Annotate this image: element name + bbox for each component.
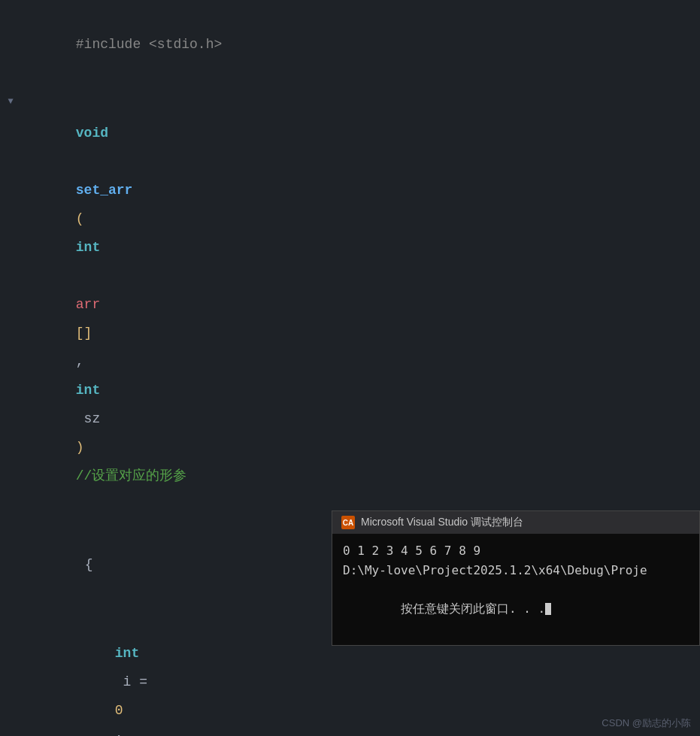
console-titlebar: CA Microsoft Visual Studio 调试控制台: [332, 511, 699, 534]
watermark: CSDN @励志的小陈: [602, 716, 691, 730]
cursor: [545, 603, 551, 615]
fold-arrow-1: [0, 2, 21, 5]
param-type-int2: int: [76, 383, 100, 398]
code-editor: #include <stdio.h> ▼ void set_arr ( int …: [0, 0, 700, 736]
code-content-2: void set_arr ( int arr [] , int sz ) //设…: [21, 90, 700, 519]
fold-arrow-4: [0, 610, 21, 613]
comment-1: //设置对应的形参: [76, 468, 187, 483]
fold-arrow-2[interactable]: ▼: [0, 90, 21, 107]
console-popup[interactable]: CA Microsoft Visual Studio 调试控制台 0 1 2 3…: [332, 510, 700, 646]
code-content-1: #include <stdio.h>: [21, 2, 700, 87]
console-app-icon: CA: [341, 516, 355, 529]
console-output-3: 按任意键关闭此窗口. . .: [343, 580, 689, 638]
kw-int-1: int: [115, 646, 139, 661]
console-output-1: 0 1 2 3 4 5 6 7 8 9: [343, 541, 689, 561]
param-arr1: arr: [76, 297, 100, 312]
code-line-2: ▼ void set_arr ( int arr [] , int sz ) /…: [0, 89, 700, 520]
param-type-int1: int: [76, 240, 100, 255]
keyword-void: void: [76, 126, 108, 141]
console-title: Microsoft Visual Studio 调试控制台: [361, 516, 523, 529]
num-0: 0: [115, 703, 123, 718]
fn-set-arr: set_arr: [76, 183, 133, 198]
preprocessor: #include <stdio.h>: [76, 37, 222, 52]
code-line-1: #include <stdio.h>: [0, 0, 700, 89]
console-output-2: D:\My-love\Project2025.1.2\x64\Debug\Pro…: [343, 561, 689, 580]
fold-arrow-3: [0, 522, 21, 525]
console-body: 0 1 2 3 4 5 6 7 8 9 D:\My-love\Project20…: [332, 534, 699, 645]
